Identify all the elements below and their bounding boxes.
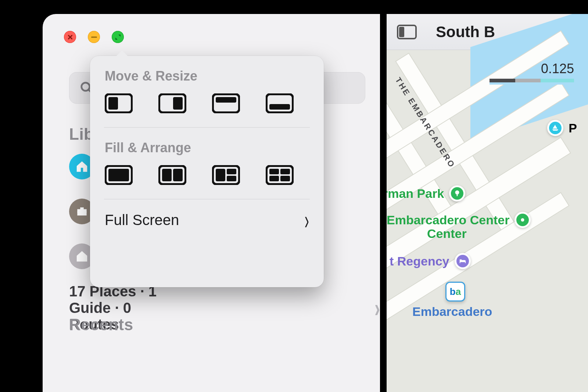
svg-rect-18 bbox=[227, 169, 236, 174]
transit-station-label: Embarcadero bbox=[412, 304, 492, 319]
tile-fill-icon bbox=[105, 165, 133, 185]
svg-rect-10 bbox=[269, 104, 290, 110]
svg-rect-14 bbox=[162, 169, 172, 181]
map-canvas[interactable]: 0.125 THE EMBARCADERO P rman Park Embarc… bbox=[387, 50, 588, 392]
tile-left-half[interactable] bbox=[105, 93, 133, 113]
svg-rect-21 bbox=[269, 169, 279, 174]
tile-two-up[interactable] bbox=[158, 165, 186, 185]
minimize-button[interactable] bbox=[88, 31, 100, 43]
tile-quad-icon bbox=[266, 165, 294, 185]
popover-divider-1 bbox=[104, 127, 310, 128]
svg-rect-4 bbox=[108, 97, 118, 110]
poi-label: P bbox=[569, 121, 577, 135]
svg-point-29 bbox=[521, 218, 524, 222]
svg-point-0 bbox=[82, 83, 90, 91]
svg-rect-19 bbox=[227, 176, 236, 181]
poi-regency[interactable]: t Regency bbox=[390, 253, 471, 269]
fullscreen-button[interactable] bbox=[112, 31, 124, 43]
map-pane: South B 0.125 THE EMBARCADERO P rman Par… bbox=[387, 14, 588, 392]
full-screen-row[interactable]: Full Screen › bbox=[105, 212, 309, 228]
poi-herman-park[interactable]: rman Park bbox=[387, 185, 465, 202]
window-tiling-popover: Move & Resize Fill & Arrange Full bbox=[90, 56, 324, 287]
svg-rect-15 bbox=[173, 169, 183, 181]
popover-heading-fill-arrange: Fill & Arrange bbox=[105, 140, 309, 156]
tile-bottom-half[interactable] bbox=[266, 93, 294, 113]
poi-embarcadero-center[interactable]: Embarcadero Center bbox=[387, 212, 531, 228]
svg-rect-9 bbox=[266, 94, 293, 113]
svg-rect-22 bbox=[280, 169, 290, 174]
tile-fill[interactable] bbox=[105, 165, 133, 185]
sidebar-toggle-icon[interactable] bbox=[397, 25, 417, 39]
fill-arrange-row bbox=[105, 165, 309, 185]
svg-point-30 bbox=[460, 260, 462, 261]
tile-top-half-icon bbox=[212, 93, 240, 113]
svg-rect-24 bbox=[280, 176, 290, 181]
chevron-right-icon: › bbox=[304, 205, 309, 235]
svg-rect-20 bbox=[266, 166, 293, 184]
poi-label: Embarcadero Center bbox=[387, 213, 509, 227]
svg-rect-2 bbox=[77, 211, 86, 213]
popover-heading-move-resize: Move & Resize bbox=[105, 68, 309, 84]
tile-two-up-icon bbox=[158, 165, 186, 185]
map-title: South B bbox=[436, 23, 495, 41]
tile-bottom-half-icon bbox=[266, 93, 294, 113]
tile-right-half[interactable] bbox=[158, 93, 186, 113]
svg-rect-23 bbox=[269, 176, 279, 181]
transit-bart-icon[interactable]: ba bbox=[445, 282, 465, 302]
svg-rect-28 bbox=[457, 194, 458, 196]
svg-rect-8 bbox=[216, 97, 236, 103]
map-scale: 0.125 bbox=[490, 61, 574, 85]
tile-quad[interactable] bbox=[266, 165, 294, 185]
map-scale-label: 0.125 bbox=[490, 61, 574, 76]
tile-three-up[interactable] bbox=[212, 165, 240, 185]
svg-rect-12 bbox=[108, 169, 129, 181]
full-screen-label: Full Screen bbox=[105, 212, 179, 228]
bed-icon bbox=[455, 253, 471, 269]
tree-icon bbox=[449, 185, 465, 202]
close-button[interactable] bbox=[64, 31, 76, 43]
tile-left-half-icon bbox=[105, 93, 133, 113]
traffic-lights bbox=[64, 31, 124, 43]
map-scale-bar bbox=[490, 79, 574, 82]
move-resize-row bbox=[105, 93, 309, 113]
chevron-right-icon: › bbox=[374, 293, 380, 323]
location-dot-icon bbox=[514, 212, 531, 228]
popover-divider-2 bbox=[104, 199, 310, 199]
poi-embarcadero-center-line2: Center bbox=[427, 227, 467, 241]
poi-port[interactable]: P bbox=[547, 120, 577, 136]
svg-rect-7 bbox=[213, 94, 239, 113]
poi-label: rman Park bbox=[387, 186, 444, 201]
section-title-recents: Recents bbox=[69, 316, 133, 334]
sailboat-icon bbox=[547, 120, 563, 136]
svg-rect-6 bbox=[173, 97, 183, 110]
svg-rect-26 bbox=[399, 27, 404, 37]
poi-label: t Regency bbox=[390, 254, 449, 268]
tile-three-up-icon bbox=[212, 165, 240, 185]
tile-right-half-icon bbox=[158, 93, 186, 113]
fullscreen-icon bbox=[114, 33, 122, 41]
tile-top-half[interactable] bbox=[212, 93, 240, 113]
svg-rect-17 bbox=[216, 169, 225, 181]
